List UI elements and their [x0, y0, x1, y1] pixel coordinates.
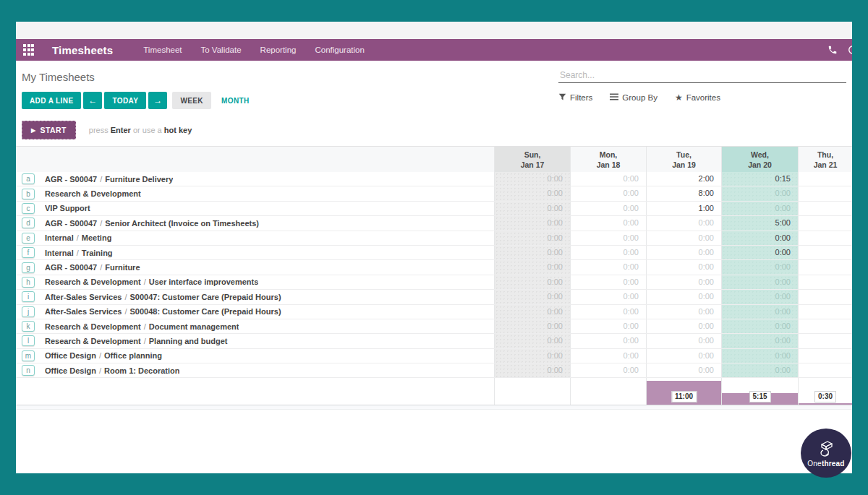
- timesheet-cell[interactable]: 0:00: [570, 202, 646, 215]
- nav-item-configuration[interactable]: Configuration: [315, 46, 364, 54]
- next-week-button[interactable]: →: [148, 92, 167, 109]
- timesheet-cell[interactable]: 0:00: [570, 334, 646, 348]
- timesheet-cell[interactable]: 0:00: [721, 363, 798, 377]
- clock-icon[interactable]: [848, 45, 852, 55]
- row-hotkey-badge[interactable]: n: [22, 365, 35, 376]
- timesheet-cell[interactable]: [798, 202, 852, 215]
- timesheet-cell[interactable]: 0:00: [646, 260, 721, 274]
- timesheet-cell[interactable]: [798, 275, 852, 289]
- timesheet-cell[interactable]: 0:00: [570, 216, 646, 230]
- timesheet-cell[interactable]: 1:00: [646, 202, 721, 215]
- today-button[interactable]: TODAY: [104, 92, 146, 109]
- timesheet-cell[interactable]: [798, 363, 852, 377]
- timesheet-cell[interactable]: 0:00: [570, 349, 646, 363]
- start-timer-button[interactable]: ▶ START: [22, 121, 76, 139]
- row-hotkey-badge[interactable]: g: [22, 262, 35, 273]
- timesheet-cell[interactable]: 5:00: [721, 216, 798, 230]
- timesheet-cell[interactable]: 0:00: [721, 349, 798, 363]
- search-input[interactable]: [558, 68, 846, 82]
- nav-item-reporting[interactable]: Reporting: [260, 46, 297, 54]
- row-hotkey-badge[interactable]: c: [22, 203, 35, 214]
- timesheet-cell[interactable]: 0:00: [570, 363, 646, 377]
- timesheet-cell[interactable]: 0:00: [494, 275, 570, 289]
- timesheet-cell[interactable]: 0:00: [570, 260, 646, 274]
- timesheet-cell[interactable]: 0:00: [721, 246, 798, 259]
- timesheet-cell[interactable]: 0:00: [570, 246, 646, 259]
- timesheet-cell[interactable]: 0:00: [721, 202, 798, 215]
- timesheet-cell[interactable]: 0:00: [646, 216, 721, 230]
- timesheet-cell[interactable]: 0:00: [646, 246, 721, 259]
- timesheet-cell[interactable]: 0:00: [721, 275, 798, 289]
- row-hotkey-badge[interactable]: l: [22, 335, 35, 346]
- nav-item-timesheet[interactable]: Timesheet: [143, 46, 182, 54]
- timesheet-cell[interactable]: 0:00: [494, 172, 570, 186]
- prev-week-button[interactable]: ←: [83, 92, 102, 109]
- timesheet-cell[interactable]: 0:00: [721, 186, 798, 200]
- timesheet-cell[interactable]: 0:15: [721, 172, 798, 186]
- timesheet-cell[interactable]: 0:00: [570, 172, 646, 186]
- timesheet-cell[interactable]: 0:00: [494, 246, 570, 259]
- range-month-button[interactable]: MONTH: [213, 92, 258, 109]
- timesheet-cell[interactable]: 0:00: [721, 319, 798, 333]
- timesheet-cell[interactable]: 0:00: [646, 290, 721, 304]
- timesheet-cell[interactable]: [798, 334, 852, 348]
- timesheet-cell[interactable]: 0:00: [646, 319, 721, 333]
- timesheet-cell[interactable]: [798, 172, 852, 186]
- timesheet-cell[interactable]: 0:00: [570, 305, 646, 319]
- timesheet-cell[interactable]: [798, 260, 852, 274]
- timesheet-cell[interactable]: 0:00: [646, 231, 721, 245]
- timesheet-cell[interactable]: 0:00: [494, 216, 570, 230]
- timesheet-cell[interactable]: 0:00: [570, 231, 646, 245]
- timesheet-cell[interactable]: 0:00: [494, 202, 570, 215]
- timesheet-cell[interactable]: [798, 186, 852, 200]
- timesheet-cell[interactable]: 0:00: [646, 275, 721, 289]
- timesheet-cell[interactable]: 0:00: [721, 305, 798, 319]
- timesheet-cell[interactable]: [798, 290, 852, 304]
- timesheet-cell[interactable]: 2:00: [646, 172, 721, 186]
- timesheet-cell[interactable]: 0:00: [646, 363, 721, 377]
- timesheet-cell[interactable]: [798, 246, 852, 259]
- timesheet-cell[interactable]: [798, 231, 852, 245]
- timesheet-cell[interactable]: [798, 349, 852, 363]
- timesheet-cell[interactable]: 0:00: [494, 363, 570, 377]
- row-hotkey-badge[interactable]: d: [22, 218, 35, 228]
- add-a-line-button[interactable]: ADD A LINE: [22, 92, 81, 109]
- timesheet-cell[interactable]: [798, 319, 852, 333]
- row-hotkey-badge[interactable]: a: [22, 173, 35, 184]
- row-hotkey-badge[interactable]: e: [22, 233, 35, 244]
- timesheet-cell[interactable]: 0:00: [570, 275, 646, 289]
- apps-grid-icon[interactable]: [23, 44, 35, 56]
- timesheet-cell[interactable]: 0:00: [570, 290, 646, 304]
- timesheet-cell[interactable]: 0:00: [494, 231, 570, 245]
- timesheet-cell[interactable]: [798, 216, 852, 230]
- row-hotkey-badge[interactable]: m: [22, 350, 35, 361]
- range-week-button[interactable]: WEEK: [172, 92, 211, 109]
- timesheet-cell[interactable]: 0:00: [494, 290, 570, 304]
- timesheet-cell[interactable]: 0:00: [646, 305, 721, 319]
- row-hotkey-badge[interactable]: k: [22, 321, 35, 332]
- nav-item-to-validate[interactable]: To Validate: [201, 46, 242, 54]
- group-by-menu[interactable]: Group By: [610, 93, 658, 102]
- timesheet-cell[interactable]: 0:00: [494, 349, 570, 363]
- timesheet-cell[interactable]: 0:00: [494, 319, 570, 333]
- row-hotkey-badge[interactable]: h: [22, 277, 35, 288]
- timesheet-cell[interactable]: 0:00: [494, 334, 570, 348]
- timesheet-cell[interactable]: 0:00: [570, 186, 646, 200]
- phone-icon[interactable]: [827, 45, 838, 55]
- row-hotkey-badge[interactable]: i: [22, 291, 35, 302]
- timesheet-cell[interactable]: 0:00: [494, 260, 570, 274]
- filters-menu[interactable]: Filters: [558, 93, 592, 103]
- timesheet-cell[interactable]: 0:00: [646, 334, 721, 348]
- timesheet-cell[interactable]: 0:00: [721, 260, 798, 274]
- row-hotkey-badge[interactable]: j: [22, 306, 35, 317]
- timesheet-cell[interactable]: 8:00: [646, 186, 721, 200]
- timesheet-cell[interactable]: 0:00: [494, 186, 570, 200]
- timesheet-cell[interactable]: 0:00: [721, 231, 798, 245]
- timesheet-cell[interactable]: [798, 305, 852, 319]
- timesheet-cell[interactable]: 0:00: [646, 349, 721, 363]
- timesheet-cell[interactable]: 0:00: [721, 290, 798, 304]
- timesheet-cell[interactable]: 0:00: [494, 305, 570, 319]
- timesheet-cell[interactable]: 0:00: [721, 334, 798, 348]
- favorites-menu[interactable]: ★ Favorites: [675, 92, 720, 103]
- timesheet-cell[interactable]: 0:00: [570, 319, 646, 333]
